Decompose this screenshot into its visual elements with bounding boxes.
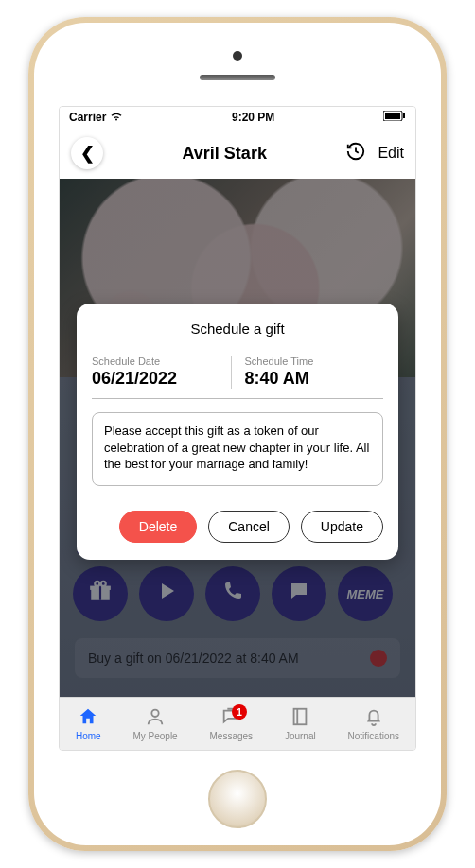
messages-badge: 1 xyxy=(232,704,247,720)
tab-journal[interactable]: Journal xyxy=(285,706,316,741)
time-label: Schedule Time xyxy=(245,356,375,367)
tab-people[interactable]: My People xyxy=(132,706,177,741)
journal-icon xyxy=(290,706,310,729)
tab-home[interactable]: Home xyxy=(76,706,101,741)
app-header: ❮ Avril Stark Edit xyxy=(60,128,415,179)
tab-label: Home xyxy=(76,731,101,741)
home-icon xyxy=(78,706,98,729)
back-button[interactable]: ❮ xyxy=(71,137,103,169)
tab-label: Messages xyxy=(210,731,254,741)
svg-rect-1 xyxy=(385,113,400,119)
phone-inner: Carrier 9:20 PM ❮ Avril Stark xyxy=(34,23,441,845)
chevron-left-icon: ❮ xyxy=(80,143,95,164)
home-button[interactable] xyxy=(208,770,267,828)
schedule-time-field[interactable]: Schedule Time 8:40 AM xyxy=(231,356,384,389)
phone-frame: Carrier 9:20 PM ❮ Avril Stark xyxy=(28,17,447,851)
camera-dot xyxy=(233,51,242,61)
tab-label: Notifications xyxy=(348,731,399,741)
tab-messages[interactable]: 1 Messages xyxy=(210,706,254,741)
history-icon[interactable] xyxy=(345,141,366,165)
svg-rect-2 xyxy=(403,113,405,118)
status-time: 9:20 PM xyxy=(232,111,274,124)
carrier-label: Carrier xyxy=(69,111,106,124)
delete-button[interactable]: Delete xyxy=(119,511,197,543)
svg-point-9 xyxy=(151,710,158,717)
schedule-modal: Schedule a gift Schedule Date 06/21/2022… xyxy=(77,304,398,560)
date-label: Schedule Date xyxy=(92,356,221,367)
page-title: Avril Stark xyxy=(183,144,267,164)
tab-label: My People xyxy=(132,731,177,741)
cancel-button[interactable]: Cancel xyxy=(208,511,290,543)
tab-bar: Home My People 1 Messages xyxy=(60,697,415,750)
update-button[interactable]: Update xyxy=(301,511,383,543)
edit-button[interactable]: Edit xyxy=(378,145,404,162)
message-input[interactable]: Please accept this gift as a token of ou… xyxy=(92,412,383,486)
battery-icon xyxy=(383,111,406,124)
speaker-grille xyxy=(200,75,275,80)
schedule-date-field[interactable]: Schedule Date 06/21/2022 xyxy=(92,356,231,389)
svg-rect-10 xyxy=(294,709,307,725)
date-value: 06/21/2022 xyxy=(92,369,221,389)
time-value: 8:40 AM xyxy=(245,369,375,389)
bell-icon xyxy=(363,706,384,729)
tab-label: Journal xyxy=(285,731,316,741)
status-bar: Carrier 9:20 PM xyxy=(60,107,415,128)
tab-notifications[interactable]: Notifications xyxy=(348,706,399,741)
modal-title: Schedule a gift xyxy=(92,321,383,337)
wifi-icon xyxy=(110,111,123,124)
people-icon xyxy=(145,706,166,729)
app-screen: Carrier 9:20 PM ❮ Avril Stark xyxy=(59,106,416,751)
